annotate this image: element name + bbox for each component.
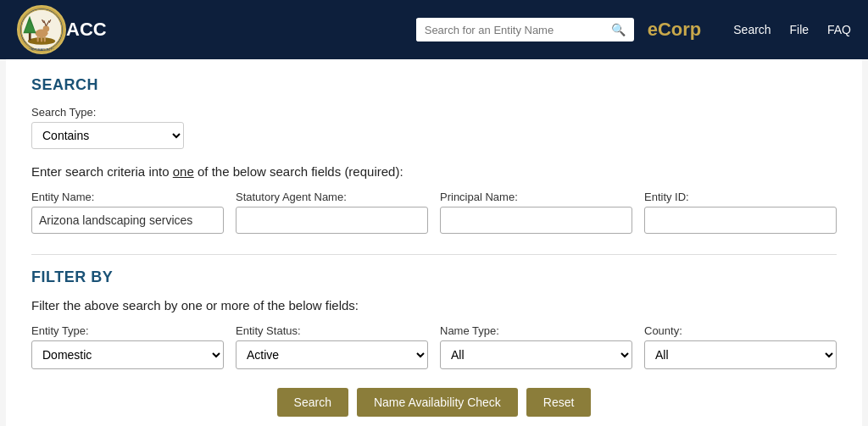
principal-name-input[interactable]: [440, 207, 632, 234]
search-button[interactable]: Search: [277, 388, 348, 417]
search-type-label: Search Type:: [31, 106, 837, 119]
buttons-row: Search Name Availability Check Reset: [31, 388, 837, 417]
search-type-select[interactable]: Contains Starts With Exact: [31, 122, 184, 149]
name-type-label: Name Type:: [440, 324, 632, 337]
divider: [31, 254, 837, 255]
statutory-agent-group: Statutory Agent Name:: [236, 191, 428, 234]
entity-type-select[interactable]: Domestic All Foreign Government: [31, 340, 224, 369]
entity-type-label: Entity Type:: [31, 324, 224, 337]
entity-id-label: Entity ID:: [644, 191, 837, 203]
entity-id-input[interactable]: [644, 207, 837, 234]
county-label: County:: [644, 324, 837, 337]
svg-rect-7: [44, 36, 46, 41]
fields-grid: Entity Name: Statutory Agent Name: Princ…: [31, 191, 837, 234]
header: ARIZONA CORPORATION COMMISSION ACC 🔍 eCo…: [0, 0, 868, 59]
entity-status-label: Entity Status:: [236, 324, 428, 337]
reset-button[interactable]: Reset: [526, 388, 592, 417]
county-select[interactable]: All Maricopa Pima Pinal: [644, 340, 837, 369]
entity-name-group: Entity Name:: [31, 191, 224, 234]
header-search-button[interactable]: 🔍: [603, 18, 634, 41]
statutory-agent-label: Statutory Agent Name:: [236, 191, 428, 203]
search-section: SEARCH Search Type: Contains Starts With…: [31, 76, 837, 234]
search-heading: SEARCH: [31, 76, 837, 94]
logo: ARIZONA CORPORATION COMMISSION: [17, 5, 66, 54]
criteria-underline: one: [173, 164, 194, 179]
header-search-input[interactable]: [416, 19, 603, 41]
criteria-text: Enter search criteria into one of the be…: [31, 164, 837, 179]
filter-desc: Filter the above search by one or more o…: [31, 298, 837, 313]
svg-point-4: [43, 25, 50, 32]
county-group: County: All Maricopa Pima Pinal: [644, 324, 837, 369]
filter-section: FILTER BY Filter the above search by one…: [31, 268, 837, 369]
svg-rect-6: [41, 36, 42, 41]
entity-name-input[interactable]: [31, 207, 224, 234]
principal-name-group: Principal Name:: [440, 191, 632, 234]
statutory-agent-input[interactable]: [236, 207, 428, 234]
name-type-group: Name Type: All Legal Trade: [440, 324, 632, 369]
entity-status-group: Entity Status: Active All Inactive Pendi…: [236, 324, 428, 369]
filter-grid: Entity Type: Domestic All Foreign Govern…: [31, 324, 837, 369]
filter-heading: FILTER BY: [31, 268, 837, 286]
nav-search[interactable]: Search: [733, 23, 771, 36]
nav-file[interactable]: File: [790, 23, 810, 36]
svg-rect-5: [37, 36, 39, 41]
search-type-row: Search Type: Contains Starts With Exact: [31, 106, 837, 149]
entity-name-label: Entity Name:: [31, 191, 224, 203]
entity-id-group: Entity ID:: [644, 191, 837, 234]
header-nav: Search File FAQ: [718, 23, 851, 36]
main-content: SEARCH Search Type: Contains Starts With…: [6, 59, 862, 426]
header-search-bar[interactable]: 🔍: [416, 18, 634, 41]
name-availability-button[interactable]: Name Availability Check: [357, 388, 518, 417]
acc-title: ACC: [66, 19, 107, 41]
entity-type-group: Entity Type: Domestic All Foreign Govern…: [31, 324, 224, 369]
nav-faq[interactable]: FAQ: [827, 23, 851, 36]
header-brand: eCorp: [648, 19, 702, 41]
svg-text:ARIZONA CORPORATION COMMISSION: ARIZONA CORPORATION COMMISSION: [19, 48, 64, 52]
principal-name-label: Principal Name:: [440, 191, 632, 203]
name-type-select[interactable]: All Legal Trade: [440, 340, 632, 369]
entity-status-select[interactable]: Active All Inactive Pending: [236, 340, 428, 369]
